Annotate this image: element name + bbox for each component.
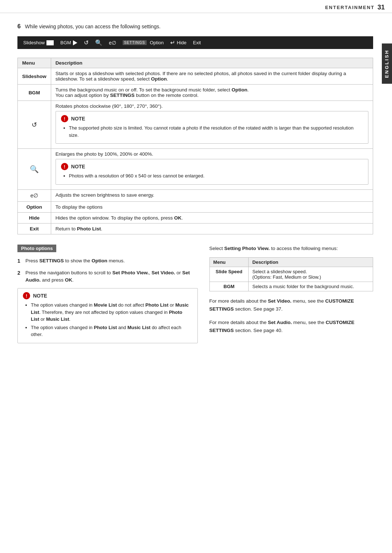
- step-2: 2 Press the navigation buttons to scroll…: [17, 269, 198, 284]
- zoom-icon: 🔍: [95, 39, 102, 46]
- desc-energy: Adjusts the screen brightness to save en…: [51, 189, 373, 201]
- table-row: Option To display the options: [18, 201, 373, 212]
- toolbar-zoom: 🔍: [95, 39, 102, 46]
- exit-label: Exit: [193, 40, 201, 45]
- note-icon: !: [61, 115, 68, 122]
- note-body-bottom: The option values changed in Movie List …: [23, 302, 192, 339]
- step-1: 1 Press SETTINGS to show the Option menu…: [17, 257, 198, 265]
- slideshow-icon: [46, 40, 54, 45]
- menu-hide: Hide: [18, 212, 51, 223]
- desc-bgm: Turns the background music on or off. To…: [51, 85, 373, 101]
- toolbar-slideshow: Slideshow: [23, 40, 54, 45]
- menu-option: Option: [18, 201, 51, 212]
- note-icon-zoom: !: [61, 163, 68, 170]
- photo-options-header: Photo options: [17, 245, 56, 252]
- desc-rotate: Rotates photos clockwise (90°, 180°, 270…: [51, 101, 373, 149]
- table-row: ↺ Rotates photos clockwise (90°, 180°, 2…: [18, 101, 373, 149]
- desc-zoom: Enlarges the photo by 100%, 200% or 400%…: [51, 149, 373, 190]
- intro-text: While viewing photos, you can access the…: [25, 24, 161, 29]
- header-section: ENTERTAINMENT: [325, 5, 375, 10]
- note-bottom: ! NOTE The option values changed in Movi…: [17, 288, 198, 343]
- note-header-bottom: ! NOTE: [23, 292, 192, 299]
- hide-label: Hide: [177, 40, 187, 45]
- bgm-play-icon: [73, 40, 77, 45]
- toolbar-energy: e∅: [109, 40, 116, 46]
- bgm-label: BGM: [60, 40, 71, 45]
- main-settings-table: Menu Description Slideshow Starts or sto…: [17, 58, 373, 234]
- menu-bgm: BGM: [18, 85, 51, 101]
- main-content: 6 While viewing photos, you can access t…: [0, 13, 392, 356]
- table-row: Exit Return to Photo List.: [18, 223, 373, 234]
- note-header: ! NOTE: [61, 115, 362, 122]
- small-menu-slide-speed: Slide Speed: [209, 267, 249, 282]
- desc-slideshow: Starts or stops a slideshow with selecte…: [51, 68, 373, 85]
- small-col-desc: Description: [249, 258, 373, 267]
- note-body: The supported photo size is limited. You…: [61, 124, 362, 140]
- option-label: Option: [150, 40, 164, 45]
- toolbar-exit: Exit: [193, 40, 201, 45]
- note-rotate: ! NOTE The supported photo size is limit…: [56, 111, 368, 144]
- header-page: 31: [377, 4, 385, 11]
- note-label-bottom: NOTE: [33, 293, 47, 299]
- small-desc-slide-speed: Select a slideshow speed.(Options: Fast,…: [249, 267, 373, 282]
- side-tab: ENGLISH: [382, 44, 392, 84]
- step-number: 6: [17, 23, 21, 29]
- small-settings-table: Menu Description Slide Speed Select a sl…: [209, 257, 373, 291]
- menu-slideshow: Slideshow: [18, 68, 51, 85]
- note-header-zoom: ! NOTE: [61, 163, 362, 170]
- slideshow-label: Slideshow: [23, 40, 45, 45]
- header: ENTERTAINMENT 31: [0, 0, 392, 13]
- menu-energy: e∅: [18, 189, 51, 201]
- col-description: Description: [51, 58, 373, 68]
- energy-icon: e∅: [109, 40, 116, 46]
- desc-option: To display the options: [51, 201, 373, 212]
- note-icon-bottom: !: [23, 292, 30, 299]
- bottom-section: Photo options 1 Press SETTINGS to show t…: [17, 245, 373, 345]
- table-row: 🔍 Enlarges the photo by 100%, 200% or 40…: [18, 149, 373, 190]
- note-label-zoom: NOTE: [71, 164, 85, 169]
- extra-text-video: For more details about the Set Video. me…: [209, 297, 373, 313]
- menu-zoom: 🔍: [18, 149, 51, 190]
- right-column: Select Setting Photo View. to access the…: [209, 245, 373, 345]
- steps-list: 1 Press SETTINGS to show the Option menu…: [17, 257, 198, 284]
- table-row: BGM Turns the background music on or off…: [18, 85, 373, 101]
- intro-paragraph: 6 While viewing photos, you can access t…: [17, 23, 373, 30]
- menu-exit: Exit: [18, 223, 51, 234]
- small-menu-bgm: BGM: [209, 282, 249, 291]
- small-col-menu: Menu: [209, 258, 249, 267]
- select-text: Select Setting Photo View. to access the…: [209, 245, 373, 253]
- menu-rotate: ↺: [18, 101, 51, 149]
- note-zoom: ! NOTE Photos with a resolution of 960 x…: [56, 159, 368, 185]
- toolbar-bgm: BGM: [60, 40, 77, 45]
- toolbar-option: SETTINGS Option: [123, 40, 164, 45]
- col-menu: Menu: [18, 58, 51, 68]
- rotate-icon: ↺: [84, 39, 89, 46]
- toolbar-hide: ↵ Hide: [170, 39, 187, 46]
- toolbar-rotate: ↺: [84, 39, 89, 46]
- settings-badge: SETTINGS: [123, 40, 147, 45]
- desc-exit: Return to Photo List.: [51, 223, 373, 234]
- note-label: NOTE: [71, 116, 85, 122]
- note-body-zoom: Photos with a resolution of 960 x 540 or…: [61, 172, 362, 181]
- desc-hide: Hides the option window. To display the …: [51, 212, 373, 223]
- extra-text-audio: For more details about the Set Audio. me…: [209, 319, 373, 334]
- table-row: Hide Hides the option window. To display…: [18, 212, 373, 223]
- small-table-row: BGM Selects a music folder for the backg…: [209, 282, 373, 291]
- return-icon: ↵: [170, 39, 175, 46]
- small-desc-bgm: Selects a music folder for the backgroun…: [249, 282, 373, 291]
- toolbar: Slideshow BGM ↺ 🔍 e∅ SETTINGS Option ↵ H…: [17, 36, 373, 49]
- left-column: Photo options 1 Press SETTINGS to show t…: [17, 245, 198, 345]
- table-row: e∅ Adjusts the screen brightness to save…: [18, 189, 373, 201]
- table-row: Slideshow Starts or stops a slideshow wi…: [18, 68, 373, 85]
- small-table-row: Slide Speed Select a slideshow speed.(Op…: [209, 267, 373, 282]
